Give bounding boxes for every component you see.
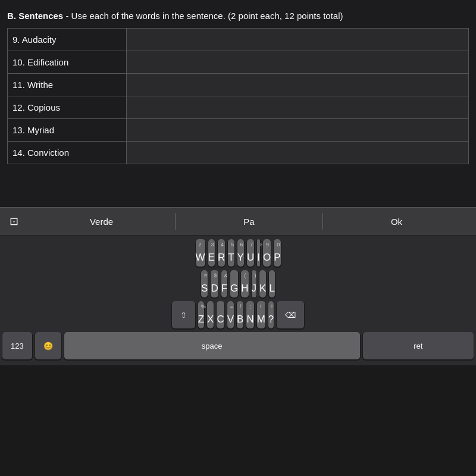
keyboard-key-D[interactable]: $D [211,270,218,298]
keyboard-row-4: 123😊spaceret [2,332,474,359]
table-row: 14. Conviction [8,142,469,164]
table-row: 10. Edification [8,51,469,74]
keyboard-key-N[interactable]: ;N [246,301,253,328]
delete-key[interactable]: ⌫ [277,301,304,328]
section-bold: B. Sentences [7,11,63,21]
answer-cell[interactable] [127,29,469,51]
word-label: 10. Edification [8,51,127,74]
numbers-key[interactable]: 123 [2,332,32,359]
word-label: 13. Myriad [8,119,127,142]
answer-cell[interactable] [127,74,469,96]
keyboard-key-L[interactable]: L [269,270,274,298]
shift-key[interactable]: ⇧ [172,301,195,328]
keyboard-key-R[interactable]: 4R [218,239,225,267]
keyboard-key-E[interactable]: 3E [208,239,215,267]
keyboard: 2W3E4R5T6Y7U8I9O0P #S$D&FG(H)JKL ⇧%ZXC=V… [0,236,476,365]
word-label: 11. Writhe [8,74,127,96]
table-row: 11. Writhe [8,74,469,96]
table-row: 13. Myriad [8,119,469,142]
keyboard-key-question[interactable]: !? [268,301,274,328]
word-label: 9. Audacity [8,29,127,51]
keyboard-key-G[interactable]: G [230,270,238,298]
keyboard-key-F[interactable]: &F [221,270,227,298]
ok-button[interactable]: Ok [324,214,469,229]
document-area: B. Sentences - Use each of the words in … [0,0,476,170]
keyboard-row-3: ⇧%ZXC=V/B;N!M!?⌫ [2,301,474,328]
word-label: 14. Conviction [8,142,127,164]
keyboard-key-S[interactable]: #S [201,270,208,298]
answer-cell[interactable] [127,51,469,74]
suggestion-verde[interactable]: Verde [29,214,174,229]
space-key[interactable]: space [64,332,360,359]
word-label: 12. Copious [8,96,127,119]
autocorrect-toolbar: ⊡ Verde Pa Ok [0,207,476,236]
reflection-area [0,170,476,206]
keyboard-key-T[interactable]: 5T [228,239,234,267]
keyboard-key-J[interactable]: )J [252,270,257,298]
answer-cell[interactable] [127,119,469,142]
section-rest: - Use each of the words in the sentence.… [63,11,343,21]
keyboard-key-Z[interactable]: %Z [198,301,204,328]
keyboard-row-1: 2W3E4R5T6Y7U8I9O0P [2,239,474,267]
toolbar-divider-1 [175,213,176,230]
keyboard-key-H[interactable]: (H [241,270,248,298]
copy-button[interactable]: ⊡ [7,212,24,230]
table-row: 12. Copious [8,96,469,119]
keyboard-key-O[interactable]: 9O [263,239,271,267]
answer-cell[interactable] [127,142,469,164]
keyboard-key-I[interactable]: 8I [257,239,260,267]
answer-cell[interactable] [127,96,469,119]
keyboard-key-C[interactable]: C [217,301,224,328]
keyboard-key-X[interactable]: X [207,301,214,328]
suggestion-pa[interactable]: Pa [177,214,321,229]
section-header: B. Sentences - Use each of the words in … [7,10,469,22]
keyboard-key-W[interactable]: 2W [196,239,205,267]
vocab-table: 9. Audacity 10. Edification 11. Writhe 1… [7,28,469,164]
keyboard-row-2: #S$D&FG(H)JKL [2,270,474,298]
keyboard-key-U[interactable]: 7U [247,239,254,267]
return-key[interactable]: ret [363,332,474,359]
keyboard-key-B[interactable]: /B [237,301,243,328]
keyboard-key-K[interactable]: K [259,270,266,298]
keyboard-key-V[interactable]: =V [227,301,234,328]
keyboard-key-M[interactable]: !M [257,301,265,328]
keyboard-key-P[interactable]: 0P [274,239,280,267]
toolbar-divider-2 [322,213,323,230]
emoji-key[interactable]: 😊 [35,332,61,359]
keyboard-key-Y[interactable]: 6Y [237,239,244,267]
table-row: 9. Audacity [8,29,469,51]
